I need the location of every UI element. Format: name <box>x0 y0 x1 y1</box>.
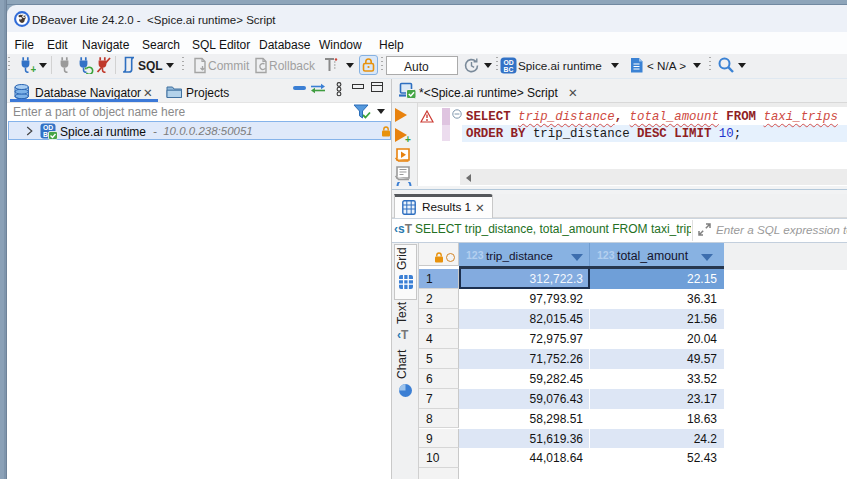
svg-text:BC: BC <box>504 66 514 73</box>
svg-text:+: + <box>31 64 37 74</box>
svg-text:OD: OD <box>43 124 53 131</box>
svg-text:OD: OD <box>503 59 513 66</box>
